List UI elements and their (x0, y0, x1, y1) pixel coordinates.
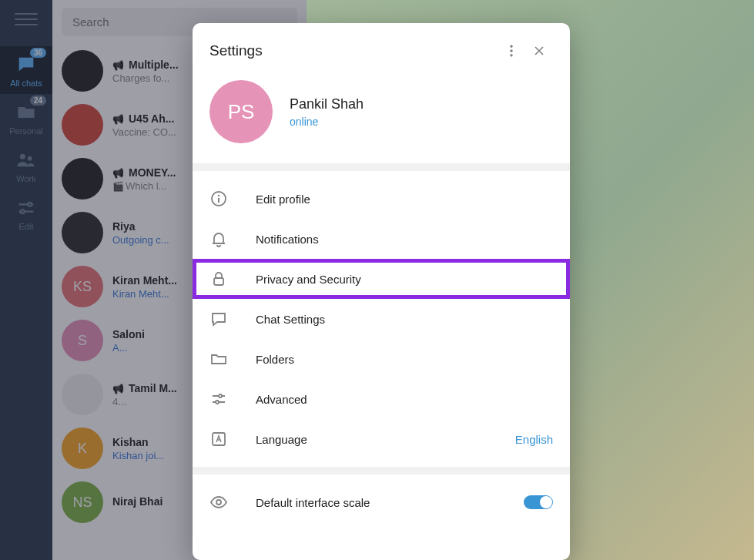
more-button[interactable] (498, 37, 525, 65)
svg-point-14 (216, 500, 221, 505)
app-root: All chats36Personal24WorkEdit Multiple..… (0, 0, 754, 560)
menu-item-folders[interactable]: Folders (193, 339, 570, 379)
menu-item-edit-profile[interactable]: Edit profile (193, 179, 570, 219)
menu-value: English (515, 433, 553, 446)
scale-toggle[interactable] (524, 495, 553, 509)
default-scale-row[interactable]: Default interface scale (193, 482, 570, 522)
profile-name: Pankil Shah (290, 96, 364, 112)
menu-label: Edit profile (256, 193, 553, 206)
menu-item-chat-settings[interactable]: Chat Settings (193, 299, 570, 339)
menu-item-advanced[interactable]: Advanced (193, 379, 570, 419)
svg-point-12 (216, 401, 219, 404)
svg-point-11 (219, 394, 222, 397)
sliders-icon (209, 390, 228, 408)
menu-label: Language (256, 433, 488, 446)
modal-header: Settings (193, 23, 570, 75)
settings-modal: Settings PS Pankil Shah online Edit prof… (193, 23, 570, 560)
profile-avatar: PS (209, 80, 273, 143)
close-icon (531, 43, 547, 59)
svg-rect-10 (214, 278, 223, 285)
svg-rect-8 (218, 198, 219, 203)
lang-icon (209, 430, 228, 448)
menu-item-notifications[interactable]: Notifications (193, 219, 570, 259)
svg-point-9 (218, 195, 219, 196)
more-icon (504, 43, 519, 59)
menu-label: Notifications (256, 233, 553, 246)
menu-label: Privacy and Security (256, 273, 553, 286)
chat-icon (209, 310, 228, 328)
menu-label: Chat Settings (256, 313, 553, 326)
scale-label: Default interface scale (256, 496, 496, 509)
folder-icon (209, 350, 228, 368)
menu-label: Advanced (256, 393, 553, 406)
lock-icon (209, 270, 228, 288)
svg-point-6 (511, 55, 513, 57)
modal-title: Settings (209, 42, 498, 59)
settings-menu: Edit profile Notifications Privacy and S… (193, 171, 570, 467)
profile-row[interactable]: PS Pankil Shah online (193, 75, 570, 163)
divider (193, 467, 570, 474)
info-icon (209, 189, 228, 208)
svg-point-4 (511, 45, 513, 48)
bell-icon (209, 230, 228, 248)
menu-item-privacy[interactable]: Privacy and Security (193, 259, 570, 299)
close-button[interactable] (525, 37, 553, 65)
menu-item-language[interactable]: Language English (193, 419, 570, 459)
menu-label: Folders (256, 353, 553, 366)
profile-text: Pankil Shah online (290, 96, 364, 128)
scale-section: Default interface scale (193, 474, 570, 530)
svg-point-5 (511, 50, 513, 52)
profile-status: online (290, 116, 364, 128)
eye-icon (209, 493, 228, 511)
divider (193, 163, 570, 171)
